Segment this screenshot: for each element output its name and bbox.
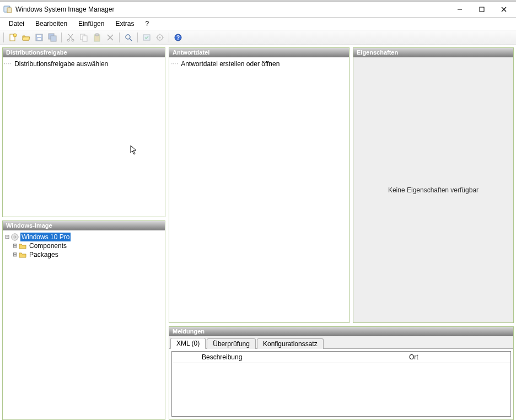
messages-tabs: XML (0) Überprüfung Konfigurationssatz xyxy=(169,336,513,349)
image-packages-node[interactable]: ⊞ Packages xyxy=(4,250,164,259)
column-location[interactable]: Ort xyxy=(405,353,510,361)
menu-help[interactable]: ? xyxy=(139,19,154,29)
tab-validation[interactable]: Überprüfung xyxy=(207,338,256,349)
distribution-share-header: Distributionsfreigabe xyxy=(3,48,165,57)
svg-text:?: ? xyxy=(176,35,180,41)
column-description[interactable]: Beschreibung xyxy=(197,353,405,361)
new-file-icon[interactable] xyxy=(7,32,18,43)
windows-image-header: Windows-Image xyxy=(3,221,165,230)
find-icon[interactable] xyxy=(123,32,134,43)
properties-header: Eigenschaften xyxy=(353,48,513,57)
maximize-button[interactable] xyxy=(471,3,493,16)
tab-config-set[interactable]: Konfigurationssatz xyxy=(257,338,324,349)
save-icon[interactable] xyxy=(34,32,45,43)
svg-point-7 xyxy=(13,34,17,37)
close-button[interactable] xyxy=(493,3,515,16)
delete-icon[interactable] xyxy=(105,32,116,43)
cut-icon[interactable] xyxy=(65,32,76,43)
messages-panel: Meldungen XML (0) Überprüfung Konfigurat… xyxy=(169,326,514,420)
messages-table: Beschreibung Ort xyxy=(171,351,511,417)
save-all-icon[interactable] xyxy=(47,32,58,43)
generate-icon[interactable] xyxy=(154,32,165,43)
distribution-share-panel: Distributionsfreigabe ···· Distributions… xyxy=(2,47,165,217)
app-icon xyxy=(3,5,12,14)
open-folder-icon[interactable] xyxy=(20,32,31,43)
svg-rect-1 xyxy=(7,8,12,13)
svg-rect-18 xyxy=(95,34,99,36)
svg-point-29 xyxy=(14,236,16,238)
menu-edit[interactable]: Bearbeiten xyxy=(30,19,73,29)
svg-point-21 xyxy=(126,35,130,39)
answer-file-header: Antwortdatei xyxy=(169,48,349,57)
window-title: Windows System Image Manager xyxy=(15,6,449,13)
answer-file-placeholder[interactable]: ···· Antwortdatei erstellen oder öffnen xyxy=(170,60,348,68)
image-components-node[interactable]: ⊞ Components xyxy=(4,241,164,250)
validate-icon[interactable] xyxy=(141,32,152,43)
menubar: Datei Bearbeiten Einfügen Extras ? xyxy=(0,18,516,30)
distribution-share-placeholder[interactable]: ···· Distributionsfreigabe auswählen xyxy=(4,60,164,68)
menu-file[interactable]: Datei xyxy=(3,19,30,29)
properties-panel: Eigenschaften Keine Eigenschaften verfüg… xyxy=(353,47,514,323)
copy-icon[interactable] xyxy=(78,32,89,43)
folder-icon xyxy=(18,251,27,259)
svg-rect-3 xyxy=(480,7,484,12)
disc-icon xyxy=(10,233,19,241)
svg-rect-12 xyxy=(51,36,56,41)
menu-insert[interactable]: Einfügen xyxy=(73,19,110,29)
window-controls xyxy=(449,3,515,16)
properties-empty-text: Keine Eigenschaften verfügbar xyxy=(388,186,479,194)
help-icon[interactable]: ? xyxy=(173,32,184,43)
tree-connector-icon: ···· xyxy=(170,60,179,68)
image-root-node[interactable]: ⊟ Windows 10 Pro xyxy=(4,233,164,241)
mouse-cursor-icon xyxy=(130,145,138,155)
messages-header: Meldungen xyxy=(169,327,513,336)
expander-plus-icon[interactable]: ⊞ xyxy=(12,241,18,250)
tab-xml[interactable]: XML (0) xyxy=(170,338,206,349)
expander-plus-icon[interactable]: ⊞ xyxy=(12,250,18,259)
answer-file-panel: Antwortdatei ···· Antwortdatei erstellen… xyxy=(169,47,350,323)
tree-connector-icon: ···· xyxy=(4,60,12,68)
folder-icon xyxy=(18,242,27,250)
toolbar: ? xyxy=(0,30,516,45)
menu-extras[interactable]: Extras xyxy=(110,19,139,29)
windows-image-panel: Windows-Image ⊟ Windows 10 Pro ⊞ Compone… xyxy=(2,220,165,420)
expander-minus-icon[interactable]: ⊟ xyxy=(4,233,10,241)
titlebar: Windows System Image Manager xyxy=(0,2,516,18)
svg-point-25 xyxy=(159,37,161,39)
svg-line-22 xyxy=(130,39,132,41)
svg-rect-9 xyxy=(37,35,41,37)
svg-rect-16 xyxy=(83,36,87,41)
minimize-button[interactable] xyxy=(449,3,471,16)
paste-icon[interactable] xyxy=(92,32,103,43)
svg-rect-10 xyxy=(37,38,41,40)
